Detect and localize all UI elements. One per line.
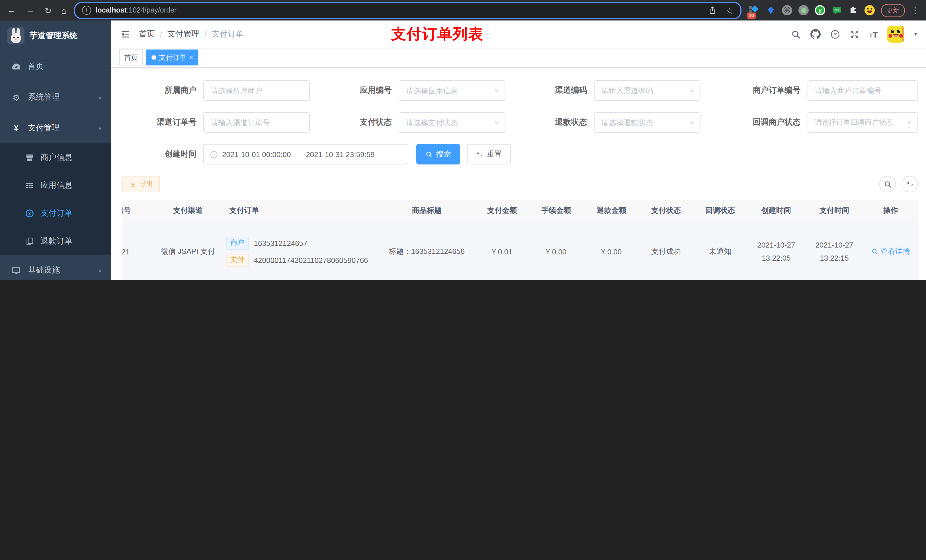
- pay-status-select[interactable]: ∨: [399, 112, 505, 133]
- topbar: 首页 / 支付管理 / 支付订单 支付订单列表 TT ▾: [111, 21, 926, 48]
- channel-order-no-field[interactable]: [203, 112, 310, 133]
- pay-tag: 支付: [226, 254, 249, 267]
- view-detail-link[interactable]: 查看详情: [872, 246, 910, 257]
- tab-pay-order[interactable]: 支付订单 ×: [146, 50, 198, 65]
- breadcrumb-pay[interactable]: 支付管理: [168, 29, 199, 39]
- sidebar: 芋道管理系统 首页 ⚙ 系统管理 ∨ ¥ 支付管理 ∧ 商户信息: [0, 21, 111, 280]
- avatar-caret-icon[interactable]: ▾: [914, 31, 917, 37]
- chevron-down-icon: ∨: [98, 268, 102, 273]
- sidebar-item-refund-order[interactable]: 退款订单: [0, 227, 111, 255]
- col-channel: 支付渠道: [151, 200, 225, 221]
- url-text: localhost:1024/pay/order: [95, 6, 177, 14]
- sidebar-item-infra[interactable]: 基础设施 ∨: [0, 255, 111, 280]
- filter-label: 创建时间: [123, 149, 203, 159]
- extension-command-icon[interactable]: ⌘: [782, 5, 792, 15]
- refund-status-select[interactable]: ∨: [594, 112, 701, 133]
- toggle-search-button[interactable]: [879, 176, 896, 192]
- search-icon[interactable]: [791, 29, 801, 39]
- tab-home[interactable]: 首页: [119, 50, 143, 65]
- site-info-icon[interactable]: i: [82, 6, 91, 15]
- sidebar-item-system[interactable]: ⚙ 系统管理 ∨: [0, 82, 111, 113]
- cell-fee: ¥ 0.00: [528, 221, 584, 280]
- col-id: 编号: [123, 200, 151, 221]
- browser-menu-icon[interactable]: ⋮: [911, 6, 919, 15]
- github-icon[interactable]: [810, 29, 821, 39]
- pay-order-table: 编号 支付渠道 支付订单 商品标题 支付金额 手续金额 退款金额 支付状态 回调…: [123, 200, 918, 280]
- create-time-range-picker[interactable]: 2021-10-01 00:00:00 - 2021-10-31 23:59:5…: [203, 144, 409, 165]
- refund-status-input[interactable]: [600, 118, 686, 127]
- cell-id: 121: [123, 221, 151, 280]
- filter-label: 支付状态: [333, 117, 399, 127]
- pay-status-input[interactable]: [405, 118, 490, 127]
- cell-pay-status: 支付成功: [639, 221, 693, 280]
- extensions-puzzle-icon[interactable]: [848, 5, 858, 15]
- merchant-order-no-field[interactable]: [807, 80, 918, 101]
- cell-pay-time: 2021-10-2713:22:15: [805, 221, 863, 280]
- address-bar[interactable]: i localhost:1024/pay/order ☆: [74, 2, 741, 19]
- date-end: 2021-10-31 23:59:59: [306, 150, 374, 158]
- extension-y-icon[interactable]: y: [815, 5, 825, 15]
- refresh-table-button[interactable]: [902, 176, 918, 192]
- close-icon[interactable]: ×: [189, 54, 193, 61]
- browser-home-icon[interactable]: ⌂: [61, 6, 67, 15]
- profile-emoji-icon[interactable]: [864, 5, 875, 15]
- cell-refund: ¥ 0.00: [584, 221, 639, 280]
- screen: ← → ↻ ⌂ i localhost:1024/pay/order ☆ 10 …: [0, 0, 926, 280]
- notify-status-select[interactable]: ∨: [807, 112, 918, 133]
- merchant-input[interactable]: [210, 86, 304, 95]
- chevron-down-icon: ∨: [689, 119, 694, 125]
- fullscreen-icon[interactable]: [850, 29, 859, 39]
- filter-label: 渠道编码: [528, 85, 594, 96]
- breadcrumb-home[interactable]: 首页: [139, 29, 155, 39]
- help-icon[interactable]: [830, 29, 840, 39]
- sidebar-item-home[interactable]: 首页: [0, 51, 111, 82]
- chevron-down-icon: ∨: [98, 95, 102, 100]
- app-input[interactable]: [405, 86, 490, 95]
- browser-reload-icon[interactable]: ↻: [44, 6, 51, 15]
- grid-icon: [25, 181, 34, 190]
- clock-icon: [210, 150, 218, 158]
- browser-forward-icon[interactable]: →: [26, 6, 35, 15]
- filter-label: 所属商户: [123, 85, 203, 96]
- font-size-icon[interactable]: TT: [869, 29, 878, 39]
- notify-status-input[interactable]: [814, 118, 903, 127]
- user-avatar[interactable]: [888, 26, 905, 43]
- col-fee: 手续金额: [528, 200, 584, 221]
- channel-code-select[interactable]: ∨: [594, 80, 701, 101]
- sidebar-item-pay-order[interactable]: 支付订单: [0, 199, 111, 227]
- merchant-select[interactable]: [203, 80, 310, 101]
- sidebar-item-app-info[interactable]: 应用信息: [0, 171, 111, 199]
- filter-label: 退款状态: [528, 117, 594, 127]
- cell-action: 查看详情: [863, 221, 918, 280]
- sidebar-item-merchant-info[interactable]: 商户信息: [0, 143, 111, 171]
- reset-button[interactable]: 重置: [467, 144, 511, 165]
- extension-diamond-icon[interactable]: 10: [749, 5, 759, 15]
- magnifier-icon: [872, 248, 878, 255]
- extension-toolbar: 10 ⌘ y 更新 ⋮: [749, 4, 919, 17]
- merchant-order-no-input[interactable]: [814, 86, 912, 95]
- table-row[interactable]: 121 微信 JSAPI 支付 商户1635312124657 支付420000…: [123, 221, 918, 280]
- extension-chat-icon[interactable]: [831, 5, 842, 15]
- filter-row-2: 渠道订单号 支付状态 ∨ 退款状态 ∨ 回调商户状态 ∨: [123, 112, 918, 133]
- cell-channel: 微信 JSAPI 支付: [151, 221, 225, 280]
- browser-chrome: ← → ↻ ⌂ i localhost:1024/pay/order ☆ 10 …: [0, 0, 926, 21]
- extension-badge: 10: [747, 12, 756, 19]
- channel-order-no-input[interactable]: [210, 118, 304, 127]
- col-amount: 支付金额: [475, 200, 528, 221]
- app-select[interactable]: ∨: [399, 80, 505, 101]
- browser-back-icon[interactable]: ←: [7, 6, 16, 15]
- sidebar-item-pay[interactable]: ¥ 支付管理 ∧: [0, 113, 111, 143]
- app-logo[interactable]: 芋道管理系统: [0, 21, 111, 51]
- browser-update-button[interactable]: 更新: [881, 4, 905, 17]
- extension-record-icon[interactable]: [799, 5, 809, 15]
- export-button[interactable]: 导出: [123, 176, 160, 192]
- cell-order: 商户1635312124657 支付4200001174202110278060…: [225, 221, 378, 280]
- channel-code-input[interactable]: [600, 86, 686, 95]
- cell-amount: ¥ 0.01: [475, 221, 528, 280]
- extension-sketch-icon[interactable]: [766, 5, 776, 15]
- sidebar-fold-icon[interactable]: [120, 29, 130, 39]
- search-icon: [884, 180, 891, 188]
- share-icon[interactable]: [708, 6, 717, 15]
- bookmark-star-icon[interactable]: ☆: [726, 6, 734, 15]
- search-button[interactable]: 搜索: [416, 144, 460, 165]
